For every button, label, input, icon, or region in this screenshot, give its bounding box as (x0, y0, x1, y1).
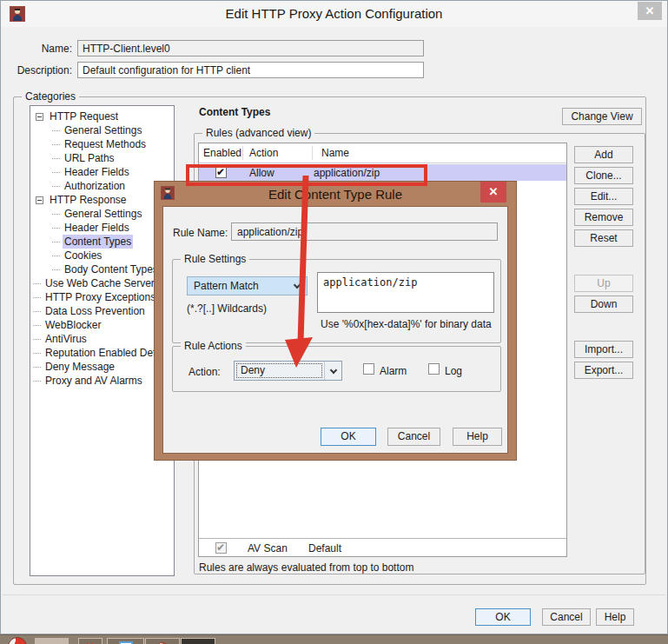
rule-actions-groupbox: Rule Actions Action: Deny Alarm Log (172, 346, 501, 392)
column-action[interactable]: Action (249, 147, 278, 159)
tree-item-header-fields[interactable]: Header Fields (30, 165, 174, 179)
log-label: Log (445, 365, 462, 377)
tree-item-url-paths[interactable]: URL Paths (30, 151, 174, 165)
reset-button[interactable]: Reset (574, 229, 633, 247)
log-checkbox[interactable] (428, 363, 440, 375)
tree-item-label: AntiVirus (43, 332, 89, 346)
help-button[interactable]: Help (596, 608, 634, 626)
tree-item-label: Cookies (63, 249, 103, 262)
tree-item-general-settings[interactable]: General Settings (30, 123, 174, 137)
up-button[interactable]: Up (574, 275, 633, 292)
tree-item-label: Content Types (63, 235, 133, 249)
rule-actions-label: Rule Actions (181, 340, 246, 352)
tree-item-request-methods[interactable]: Request Methods (30, 137, 174, 151)
tree-item-general-settings[interactable]: General Settings (30, 207, 174, 221)
close-icon[interactable]: ✕ (638, 2, 662, 20)
tree-item-use-web-cache-server[interactable]: Use Web Cache Server (30, 276, 174, 290)
tree-connector (52, 144, 60, 145)
tree-item-body-content-types[interactable]: Body Content Types (30, 262, 174, 276)
tree-item-reputation-enabled-defense[interactable]: Reputation Enabled Defense (30, 346, 174, 360)
pattern-input[interactable]: application/zip (317, 272, 494, 313)
tree-item-label: WebBlocker (43, 318, 103, 332)
row-name: application/zip (314, 167, 380, 179)
edit-button[interactable]: Edit... (574, 188, 633, 205)
tree-item-label: Proxy and AV Alarms (43, 374, 144, 388)
ok-button[interactable]: OK (475, 608, 531, 626)
remove-button[interactable]: Remove (574, 209, 633, 226)
tree-item-cookies[interactable]: Cookies (30, 249, 174, 262)
title-bar: Edit HTTP Proxy Action Configuration ✕ (1, 1, 667, 27)
clone-button[interactable]: Clone... (574, 167, 633, 184)
table-row-application-zip[interactable]: Allow application/zip (199, 164, 566, 181)
dialog-help-button[interactable]: Help (453, 428, 502, 446)
tree-connector (52, 242, 60, 242)
export-button[interactable]: Export... (574, 362, 633, 379)
categories-label: Categories (22, 90, 79, 103)
expander-minus-icon[interactable] (36, 196, 43, 204)
import-button[interactable]: Import... (574, 341, 633, 358)
tree-item-proxy-and-av-alarms[interactable]: Proxy and AV Alarms (30, 374, 174, 388)
rules-group-label: Rules (advanced view) (202, 127, 314, 139)
tree-connector (33, 297, 41, 298)
footer-separator (3, 594, 665, 595)
tree-connector (33, 339, 41, 340)
dropdown-button[interactable] (324, 362, 341, 380)
edit-content-type-rule-dialog: Edit Content Type Rule ✕ Rule Name: appl… (154, 181, 517, 461)
match-type-dropdown[interactable]: Pattern Match (187, 276, 308, 295)
tree-item-http-request[interactable]: HTTP Request (30, 110, 174, 123)
tree-item-content-types[interactable]: Content Types (30, 235, 174, 249)
tree-item-http-response[interactable]: HTTP Response (30, 193, 174, 207)
action-label: Action: (188, 366, 221, 378)
tree-item-header-fields[interactable]: Header Fields (30, 221, 174, 235)
enabled-checkbox[interactable] (215, 167, 227, 178)
tree-item-label: Authorization (63, 179, 127, 193)
tree-connector (52, 130, 60, 131)
av-scan-label: AV Scan (248, 542, 288, 554)
expander-minus-icon[interactable] (36, 113, 43, 121)
down-button[interactable]: Down (574, 295, 633, 313)
tree-item-data-loss-prevention[interactable]: Data Loss Prevention (30, 304, 174, 318)
cancel-button[interactable]: Cancel (542, 608, 591, 626)
add-button[interactable]: Add (574, 146, 633, 163)
rule-name-label: Rule Name: (173, 227, 228, 239)
tree-item-webblocker[interactable]: WebBlocker (30, 318, 174, 332)
tree-connector (52, 158, 60, 159)
tree-item-label: Data Loss Prevention (43, 304, 147, 318)
name-field: HTTP-Client.level0 (77, 40, 424, 56)
tree-item-http-proxy-exceptions[interactable]: HTTP Proxy Exceptions (30, 290, 174, 304)
start-orb-icon[interactable] (8, 637, 27, 644)
column-name[interactable]: Name (321, 147, 349, 159)
tree-connector (52, 214, 60, 215)
tree-item-deny-message[interactable]: Deny Message (30, 360, 174, 374)
change-view-button[interactable]: Change View (562, 108, 642, 125)
tree-item-authorization[interactable]: Authorization (30, 179, 174, 193)
categories-tree: HTTP RequestGeneral SettingsRequest Meth… (30, 105, 175, 576)
av-scan-row[interactable]: AV Scan Default (199, 538, 566, 556)
action-value: Deny (241, 364, 265, 376)
av-scan-value: Default (308, 542, 341, 554)
taskbar-button-dark-app[interactable] (181, 638, 215, 644)
taskbar-button-red-orb-app[interactable] (145, 638, 180, 644)
rule-buttons-column: AddClone...Edit...RemoveResetUpDownImpor… (574, 146, 633, 379)
action-dropdown[interactable]: Deny (234, 361, 342, 381)
tree-connector (52, 186, 60, 187)
dialog-ok-button[interactable]: OK (321, 428, 376, 446)
chevron-down-icon (294, 282, 301, 289)
tree-item-label: HTTP Request (48, 110, 120, 123)
taskbar-button-k-logo[interactable]: K (78, 638, 103, 644)
column-enabled[interactable]: Enabled (203, 147, 241, 159)
alarm-checkbox[interactable] (363, 363, 374, 375)
taskbar-button-blank-app[interactable] (35, 638, 69, 644)
tree-connector (33, 353, 41, 354)
chevron-down-icon (330, 367, 337, 374)
tree-connector (33, 325, 41, 326)
close-icon[interactable]: ✕ (480, 182, 506, 202)
tree-item-antivirus[interactable]: AntiVirus (30, 332, 174, 346)
dialog-title: Edit Content Type Rule (155, 187, 516, 202)
tree-item-label: URL Paths (63, 151, 116, 165)
dialog-cancel-button[interactable]: Cancel (387, 428, 440, 446)
description-field[interactable]: Default configuration for HTTP client (77, 62, 424, 78)
column-divider (242, 146, 243, 160)
taskbar-button-window-app[interactable] (107, 638, 144, 644)
tree-item-label: Header Fields (63, 165, 131, 179)
